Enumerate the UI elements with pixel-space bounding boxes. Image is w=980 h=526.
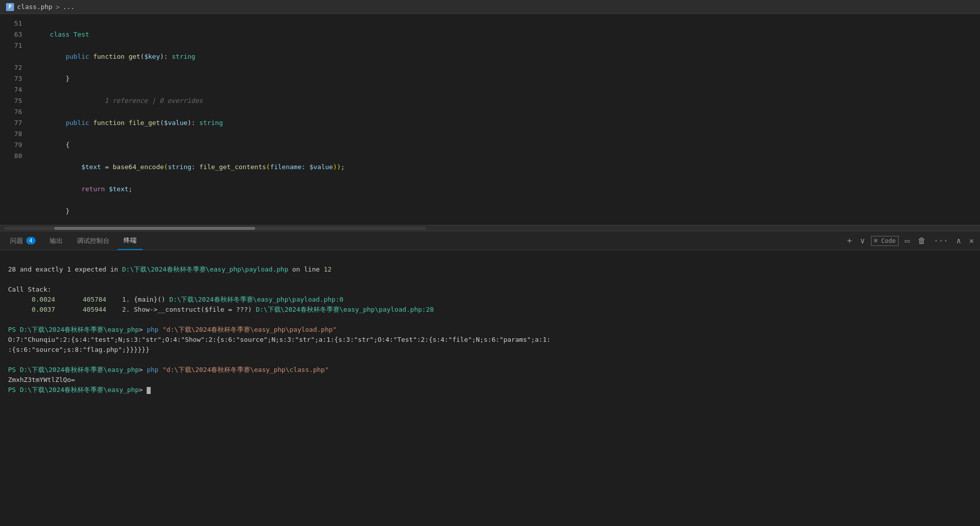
split-panel-button[interactable]: ▭ xyxy=(903,235,912,246)
chevron-down-button[interactable]: ∨ xyxy=(858,235,867,246)
panel-tab-bar: 问题 4 输出 调试控制台 终端 + ∨ ⌘ Code ▭ 🗑 ··· ∧ ✕ xyxy=(0,231,980,250)
more-options-button[interactable]: ··· xyxy=(932,235,950,246)
terminal-stack-1: 0.0024 405784 1. {main}() D:\下载\2024春秋杯冬… xyxy=(8,296,344,303)
code-icon-button[interactable]: ⌘ Code xyxy=(871,236,899,246)
panel-close-button[interactable]: ✕ xyxy=(967,235,976,246)
breadcrumb-separator: > xyxy=(55,3,59,11)
line-num-73: 73 xyxy=(0,73,22,84)
tab-debug[interactable]: 调试控制台 xyxy=(71,231,116,250)
terminal-line-error: 28 and exactly 1 expected in D:\下载\2024春… xyxy=(8,266,332,273)
line-num-76: 76 xyxy=(0,106,22,117)
line-num-74: 74 xyxy=(0,84,22,95)
line-num-77: 77 xyxy=(0,117,22,128)
code-line-73: { xyxy=(34,140,980,151)
terminal-callstack-header: Call Stack: xyxy=(8,286,51,293)
code-line-51: class Test xyxy=(34,29,980,40)
breadcrumb-rest: ... xyxy=(63,3,74,11)
terminal-output-1: O:7:"Chunqiu":2:{s:4:"test";N;s:3:"str";… xyxy=(8,336,551,353)
code-line-63: public function get($key): string xyxy=(34,51,980,62)
panel-tab-actions: + ∨ ⌘ Code ▭ 🗑 ··· ∧ ✕ xyxy=(845,235,976,246)
code-line-71: } xyxy=(34,73,980,84)
line-num-80: 80 xyxy=(0,151,22,162)
code-line-72: public function file_get($value): string xyxy=(34,117,980,128)
line-num-75: 75 xyxy=(0,95,22,106)
problems-badge: 4 xyxy=(26,237,36,244)
terminal-prompt-3: PS D:\下载\2024春秋杯冬季赛\easy_php> xyxy=(8,386,151,393)
line-num-78: 78 xyxy=(0,128,22,140)
line-num-79: 79 xyxy=(0,140,22,151)
tab-terminal[interactable]: 终端 xyxy=(118,231,143,250)
scrollbar-thumb[interactable] xyxy=(54,227,255,230)
code-line-74: $text = base64_encode(string: file_get_c… xyxy=(34,162,980,173)
code-line-75: return $text; xyxy=(34,184,980,195)
line-num-51: 51 xyxy=(0,18,22,29)
delete-terminal-button[interactable]: 🗑 xyxy=(916,235,928,246)
code-content[interactable]: class Test public function get($key): st… xyxy=(30,14,980,225)
terminal-prompt-1: PS D:\下载\2024春秋杯冬季赛\easy_php> php "d:\下载… xyxy=(8,326,337,333)
terminal-prompt-2: PS D:\下载\2024春秋杯冬季赛\easy_php> php "d:\下载… xyxy=(8,366,329,373)
panel-collapse-button[interactable]: ∧ xyxy=(954,235,963,246)
tab-output[interactable]: 输出 xyxy=(44,231,69,250)
line-numbers: 51 63 71 ‒ 72 73 74 75 76 77 78 79 80 xyxy=(0,14,30,225)
terminal-output-2: ZmxhZ3tmYWtlZlQo= xyxy=(8,376,75,383)
line-num-63: 63 xyxy=(0,29,22,40)
breadcrumb-bar: P class.php > ... xyxy=(0,0,980,14)
line-num-71: 71 xyxy=(0,40,22,51)
tab-problems[interactable]: 问题 4 xyxy=(4,231,42,250)
terminal-content[interactable]: 28 and exactly 1 expected in D:\下载\2024春… xyxy=(0,250,980,514)
horizontal-scrollbar[interactable] xyxy=(0,225,980,231)
scrollbar-track[interactable] xyxy=(4,227,426,230)
php-icon: P xyxy=(6,3,14,11)
code-hint-line: 1 reference | 0 overrides xyxy=(34,95,980,106)
bottom-panel: 问题 4 输出 调试控制台 终端 + ∨ ⌘ Code ▭ 🗑 ··· ∧ ✕ … xyxy=(0,231,980,514)
add-terminal-button[interactable]: + xyxy=(845,235,854,246)
breadcrumb-file[interactable]: class.php xyxy=(17,3,52,11)
editor-area: 51 63 71 ‒ 72 73 74 75 76 77 78 79 80 cl… xyxy=(0,14,980,225)
code-line-76: } xyxy=(34,206,980,217)
line-num-72: 72 xyxy=(0,62,22,73)
terminal-stack-2: 0.0037 405944 2. Show->__construct($file… xyxy=(8,306,434,313)
